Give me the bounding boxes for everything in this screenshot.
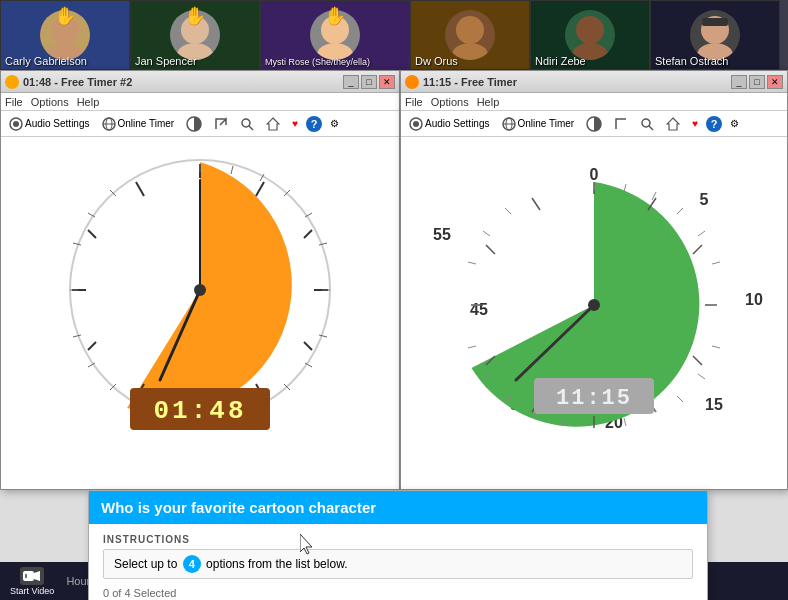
svg-point-58 — [194, 284, 206, 296]
audio-icon-2 — [409, 117, 423, 131]
svg-line-98 — [712, 346, 720, 348]
svg-point-113 — [588, 299, 600, 311]
instructions-label: INSTRUCTIONS — [103, 534, 693, 545]
participant-mysti[interactable]: ✋ Mysti Rose (She/they/ella) — [260, 0, 410, 70]
video-nav-next[interactable]: ❯ — [780, 0, 788, 70]
participant-stefan[interactable]: Stefan Ostrach — [650, 0, 780, 70]
svg-text:15: 15 — [705, 396, 723, 413]
search-btn-2[interactable] — [636, 115, 658, 133]
participant-jan[interactable]: ✋ Jan Spencer — [130, 0, 260, 70]
online-timer-btn-1[interactable]: Online Timer — [98, 115, 179, 133]
start-video-btn[interactable]: Start Video — [10, 567, 54, 596]
audio-settings-btn-2[interactable]: Audio Settings — [405, 115, 494, 133]
svg-rect-12 — [702, 18, 728, 26]
contrast-btn-1[interactable] — [182, 114, 206, 134]
svg-text:10: 10 — [745, 291, 763, 308]
hand-icon-jan: ✋ — [184, 5, 206, 27]
minimize-btn-1[interactable]: _ — [343, 75, 359, 89]
search-icon-2 — [640, 117, 654, 131]
participant-ndiri[interactable]: Ndiri Zebe — [530, 0, 650, 70]
svg-line-107 — [468, 346, 476, 348]
resize-icon-1 — [214, 117, 228, 131]
contrast-btn-2[interactable] — [582, 114, 606, 134]
hand-icon-carly: ✋ — [54, 5, 76, 27]
name-stefan: Stefan Ostrach — [655, 55, 728, 67]
heart-btn-2[interactable]: ♥ — [688, 116, 702, 131]
timer-icon-2 — [405, 75, 419, 89]
menu-options-1[interactable]: Options — [31, 96, 69, 108]
window-title-1: 01:48 - Free Timer #2 — [5, 75, 132, 89]
menu-file-1[interactable]: File — [5, 96, 23, 108]
survey-panel: Who is your favorite cartoon character I… — [88, 490, 708, 600]
maximize-btn-2[interactable]: □ — [749, 75, 765, 89]
svg-point-62 — [413, 121, 419, 127]
online-timer-btn-2[interactable]: Online Timer — [498, 115, 579, 133]
participant-dw[interactable]: Dw Orus — [410, 0, 530, 70]
instructions-pre: Select up to — [114, 557, 177, 571]
heart-btn-1[interactable]: ♥ — [288, 116, 302, 131]
menubar-1: File Options Help — [1, 93, 399, 111]
clock-area-1: 01:48 — [1, 137, 399, 442]
contrast-icon-1 — [186, 116, 202, 132]
audio-settings-btn-1[interactable]: Audio Settings — [5, 115, 94, 133]
max-options-badge: 4 — [183, 555, 201, 573]
menubar-2: File Options Help — [401, 93, 787, 111]
survey-count: 0 of 4 Selected — [103, 587, 693, 599]
main-area: 01:48 - Free Timer #2 _ □ ✕ File Options… — [0, 70, 788, 600]
svg-rect-116 — [23, 571, 34, 581]
titlebar-2: 11:15 - Free Timer _ □ ✕ — [401, 71, 787, 93]
start-video-label: Start Video — [10, 586, 54, 596]
svg-line-110 — [483, 231, 490, 236]
svg-marker-117 — [34, 571, 40, 581]
settings-btn-2[interactable]: ⚙ — [726, 116, 743, 131]
home-icon-1 — [266, 117, 280, 131]
svg-line-95 — [698, 231, 705, 236]
home-btn-1[interactable] — [262, 115, 284, 133]
timer-window-1: 01:48 - Free Timer #2 _ □ ✕ File Options… — [0, 70, 400, 490]
toolbar-1: Audio Settings Online Timer ♥ ? ⚙ — [1, 111, 399, 137]
svg-line-109 — [468, 262, 476, 264]
minimize-btn-2[interactable]: _ — [731, 75, 747, 89]
menu-help-2[interactable]: Help — [477, 96, 500, 108]
svg-line-96 — [712, 262, 720, 264]
contrast-icon-2 — [586, 116, 602, 132]
clock-svg-1: 01:48 — [20, 150, 380, 430]
svg-text:5: 5 — [700, 191, 709, 208]
audio-icon-1 — [9, 117, 23, 131]
svg-text:11:15: 11:15 — [556, 386, 632, 411]
home-btn-2[interactable] — [662, 115, 684, 133]
help-btn-1[interactable]: ? — [306, 116, 322, 132]
instructions-post: options from the list below. — [206, 557, 347, 571]
participant-carly[interactable]: ✋ Carly Gabrielson — [0, 0, 130, 70]
close-btn-2[interactable]: ✕ — [767, 75, 783, 89]
menu-file-2[interactable]: File — [405, 96, 423, 108]
search-icon-1 — [240, 117, 254, 131]
svg-point-67 — [642, 119, 650, 127]
svg-line-94 — [677, 208, 683, 214]
name-ndiri: Ndiri Zebe — [535, 55, 586, 67]
svg-line-68 — [649, 126, 653, 130]
menu-help-1[interactable]: Help — [77, 96, 100, 108]
svg-point-6 — [456, 16, 484, 44]
maximize-btn-1[interactable]: □ — [361, 75, 377, 89]
search-btn-1[interactable] — [236, 115, 258, 133]
video-camera-icon — [20, 567, 44, 585]
globe-icon-2 — [502, 117, 516, 131]
menu-options-2[interactable]: Options — [431, 96, 469, 108]
toolbar-2: Audio Settings Online Timer ♥ ? ⚙ — [401, 111, 787, 137]
svg-text:01:48: 01:48 — [153, 396, 246, 426]
instructions-text: Select up to 4 options from the list bel… — [103, 549, 693, 579]
svg-point-8 — [576, 16, 604, 44]
resize-btn-2[interactable] — [610, 115, 632, 133]
window-controls-2: _ □ ✕ — [731, 75, 783, 89]
svg-marker-69 — [667, 118, 679, 130]
help-btn-2[interactable]: ? — [706, 116, 722, 132]
name-jan: Jan Spencer — [135, 55, 197, 67]
settings-btn-1[interactable]: ⚙ — [326, 116, 343, 131]
video-bar: ✋ Carly Gabrielson ✋ Jan Spencer ✋ Mysti… — [0, 0, 788, 70]
resize-btn-1[interactable] — [210, 115, 232, 133]
survey-body: INSTRUCTIONS Select up to 4 options from… — [89, 524, 707, 600]
close-btn-1[interactable]: ✕ — [379, 75, 395, 89]
clock-svg-2: 0 5 10 15 20 45 50 55 — [414, 150, 774, 430]
svg-text:0: 0 — [590, 166, 599, 183]
